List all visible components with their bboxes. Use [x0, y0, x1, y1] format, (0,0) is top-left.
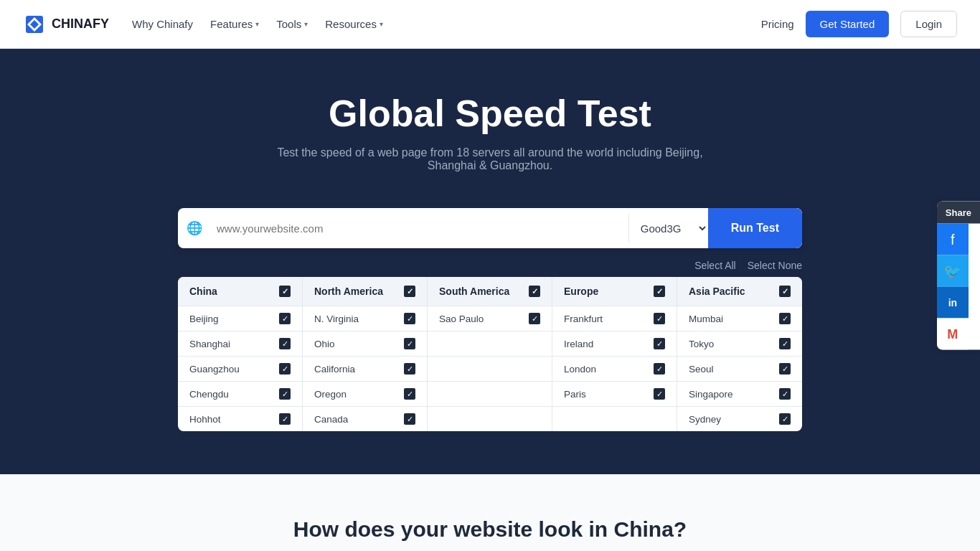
- login-button[interactable]: Login: [900, 11, 957, 37]
- server-cell-shanghai: Shanghai: [178, 331, 303, 357]
- brand-name: CHINAFY: [52, 17, 109, 32]
- share-linkedin-button[interactable]: in: [937, 287, 969, 319]
- share-gmail-button[interactable]: M: [937, 319, 969, 350]
- nav-links: Why Chinafy Features ▾ Tools ▾ Resources…: [132, 18, 383, 30]
- server-cell-canada: Canada: [303, 407, 428, 431]
- server-grid: China North America South America Europe…: [178, 277, 802, 431]
- checkbox-frankfurt[interactable]: [654, 313, 665, 324]
- url-input[interactable]: [211, 211, 628, 246]
- server-cell-ohio: Ohio: [303, 331, 428, 357]
- share-facebook-button[interactable]: f: [937, 224, 969, 255]
- checkbox-ohio[interactable]: [404, 338, 415, 349]
- server-cell-singapore: Singapore: [677, 382, 802, 407]
- region-header-asia-pacific: Asia Pacific: [677, 277, 802, 306]
- server-section: Select All Select None China North Ameri…: [178, 260, 802, 431]
- bottom-section: How does your website look in China? See…: [0, 474, 980, 551]
- hero-title: Global Speed Test: [23, 92, 957, 135]
- chevron-icon: ▾: [380, 20, 383, 28]
- get-started-button[interactable]: Get Started: [806, 11, 890, 37]
- server-cell-london: London: [552, 357, 677, 382]
- run-test-button[interactable]: Run Test: [708, 208, 802, 248]
- region-checkbox-south-america[interactable]: [529, 286, 540, 297]
- checkbox-canada[interactable]: [404, 413, 415, 425]
- server-cell-california: California: [303, 357, 428, 382]
- logo[interactable]: CHINAFY: [23, 13, 109, 36]
- pricing-link[interactable]: Pricing: [761, 18, 794, 30]
- server-cell-tokyo: Tokyo: [677, 331, 802, 357]
- bottom-title: How does your website look in China?: [23, 517, 957, 542]
- logo-icon: [23, 13, 46, 36]
- share-panel: Share f 🐦 in M: [937, 202, 980, 350]
- nav-tools[interactable]: Tools ▾: [276, 18, 308, 30]
- checkbox-paris[interactable]: [654, 388, 665, 400]
- server-cell-mumbai: Mumbai: [677, 306, 802, 331]
- server-cell-sao-paulo: Sao Paulo: [428, 306, 552, 331]
- region-header-north-america: North America: [303, 277, 428, 306]
- checkbox-seoul[interactable]: [779, 363, 791, 375]
- checkbox-singapore[interactable]: [779, 388, 791, 400]
- connection-select[interactable]: Good3G Slow3G Fast4G WiFi: [629, 210, 708, 247]
- server-cell-seoul: Seoul: [677, 357, 802, 382]
- hero-subtitle: Test the speed of a web page from 18 ser…: [275, 146, 705, 172]
- nav-right: Pricing Get Started Login: [761, 11, 957, 37]
- checkbox-n-virginia[interactable]: [404, 313, 415, 324]
- server-cell-empty-sa5: [428, 407, 552, 431]
- checkbox-california[interactable]: [404, 363, 415, 375]
- server-cell-empty-sa4: [428, 382, 552, 407]
- checkbox-hohhot[interactable]: [279, 413, 291, 425]
- server-cell-guangzhou: Guangzhou: [178, 357, 303, 382]
- server-cell-n-virginia: N. Virginia: [303, 306, 428, 331]
- nav-features[interactable]: Features ▾: [210, 18, 259, 30]
- server-cell-sydney: Sydney: [677, 407, 802, 431]
- globe-icon: 🌐: [178, 220, 211, 236]
- checkbox-beijing[interactable]: [279, 313, 291, 324]
- server-cell-frankfurt: Frankfurt: [552, 306, 677, 331]
- server-cell-oregon: Oregon: [303, 382, 428, 407]
- select-controls: Select All Select None: [178, 260, 802, 271]
- checkbox-shanghai[interactable]: [279, 338, 291, 349]
- nav-left: CHINAFY Why Chinafy Features ▾ Tools ▾ R…: [23, 13, 383, 36]
- server-cell-hohhot: Hohhot: [178, 407, 303, 431]
- server-cell-empty-eu5: [552, 407, 677, 431]
- hero-section: Global Speed Test Test the speed of a we…: [0, 49, 980, 208]
- region-checkbox-north-america[interactable]: [404, 286, 415, 297]
- nav-why-chinafy[interactable]: Why Chinafy: [132, 18, 193, 30]
- checkbox-ireland[interactable]: [654, 338, 665, 349]
- checkbox-london[interactable]: [654, 363, 665, 375]
- checkbox-sao-paulo[interactable]: [529, 313, 540, 324]
- linkedin-icon: in: [948, 297, 957, 309]
- checkbox-guangzhou[interactable]: [279, 363, 291, 375]
- select-none-button[interactable]: Select None: [748, 260, 802, 271]
- checkbox-mumbai[interactable]: [779, 313, 791, 324]
- region-header-china: China: [178, 277, 303, 306]
- chevron-icon: ▾: [255, 20, 259, 28]
- region-header-europe: Europe: [552, 277, 677, 306]
- chevron-icon: ▾: [304, 20, 308, 28]
- server-cell-beijing: Beijing: [178, 306, 303, 331]
- url-bar: 🌐 Good3G Slow3G Fast4G WiFi Run Test: [178, 208, 802, 248]
- region-checkbox-europe[interactable]: [654, 286, 665, 297]
- server-cell-paris: Paris: [552, 382, 677, 407]
- select-all-button[interactable]: Select All: [694, 260, 736, 271]
- server-cell-ireland: Ireland: [552, 331, 677, 357]
- checkbox-sydney[interactable]: [779, 413, 791, 425]
- server-cell-empty-sa2: [428, 331, 552, 357]
- nav-resources[interactable]: Resources ▾: [325, 18, 383, 30]
- twitter-icon: 🐦: [943, 263, 961, 280]
- share-twitter-button[interactable]: 🐦: [937, 255, 969, 287]
- region-checkbox-asia-pacific[interactable]: [779, 286, 791, 297]
- checkbox-tokyo[interactable]: [779, 338, 791, 349]
- server-cell-empty-sa3: [428, 357, 552, 382]
- checkbox-chengdu[interactable]: [279, 388, 291, 400]
- tool-section: 🌐 Good3G Slow3G Fast4G WiFi Run Test Sel…: [0, 208, 980, 474]
- region-checkbox-china[interactable]: [279, 286, 291, 297]
- checkbox-oregon[interactable]: [404, 388, 415, 400]
- region-header-south-america: South America: [428, 277, 552, 306]
- share-label: Share: [937, 202, 980, 224]
- navbar: CHINAFY Why Chinafy Features ▾ Tools ▾ R…: [0, 0, 980, 49]
- server-cell-chengdu: Chengdu: [178, 382, 303, 407]
- facebook-icon: f: [951, 231, 955, 248]
- gmail-icon: M: [947, 327, 958, 342]
